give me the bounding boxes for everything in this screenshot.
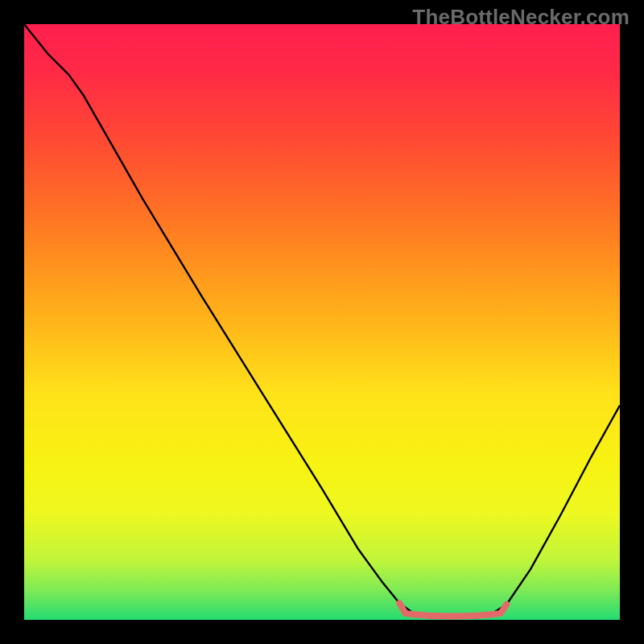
plot-background <box>24 24 620 620</box>
chart-svg <box>0 0 644 644</box>
watermark-text: TheBottleNecker.com <box>412 5 630 30</box>
chart-frame: TheBottleNecker.com <box>0 0 644 644</box>
